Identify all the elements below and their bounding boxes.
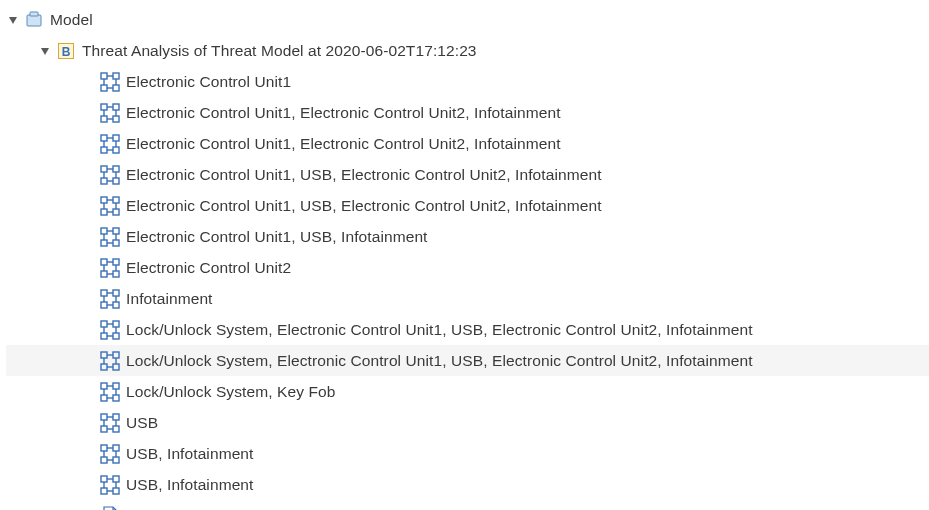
tree-label: Model — [50, 11, 93, 29]
tree-row[interactable]: USB — [6, 407, 929, 438]
node-icon — [100, 134, 120, 154]
tree-row-model[interactable]: Model — [6, 4, 929, 35]
tree-row-analysis[interactable]: Threat Analysis of Threat Model at 2020-… — [6, 35, 929, 66]
expander-icon[interactable] — [38, 43, 54, 59]
tree-label: Electronic Control Unit1, Electronic Con… — [126, 135, 561, 153]
tree-label: Infotainment — [126, 290, 213, 308]
tree-row[interactable]: Lock/Unlock System, Key Fob — [6, 376, 929, 407]
tree-row[interactable]: USB, Infotainment — [6, 438, 929, 469]
tree-label: Threat Analysis of Threat Model at 2020-… — [82, 42, 477, 60]
tree-label: Electronic Control Unit1, Electronic Con… — [126, 104, 561, 122]
tree-row[interactable]: Electronic Control Unit1, Electronic Con… — [6, 97, 929, 128]
node-icon — [100, 320, 120, 340]
tree-row[interactable]: USB, Infotainment — [6, 469, 929, 500]
tree-label: Lock/Unlock System, Key Fob — [126, 383, 335, 401]
tree-label: Electronic Control Unit1, USB, Electroni… — [126, 166, 602, 184]
tree-label: Lock/Unlock System, Electronic Control U… — [126, 321, 753, 339]
expander-icon[interactable] — [6, 12, 22, 28]
tree-label: Lock/Unlock System, Electronic Control U… — [126, 352, 753, 370]
analysis-icon — [56, 41, 76, 61]
tree-label: USB, Infotainment — [126, 445, 254, 463]
tree-row[interactable]: Electronic Control Unit1, USB, Electroni… — [6, 190, 929, 221]
result-icon — [100, 506, 120, 511]
tree-label: USB, Infotainment — [126, 476, 254, 494]
node-icon — [100, 72, 120, 92]
node-icon — [100, 196, 120, 216]
node-icon — [100, 413, 120, 433]
tree-label: Electronic Control Unit1 — [126, 73, 291, 91]
tree-row[interactable]: «ThreatGetResults» Threat Analysis Resul… — [6, 500, 929, 510]
node-icon — [100, 258, 120, 278]
tree-label: «ThreatGetResults» Threat Analysis Resul… — [126, 507, 427, 511]
tree-label: USB — [126, 414, 158, 432]
tree-row[interactable]: Electronic Control Unit2 — [6, 252, 929, 283]
tree-row[interactable]: Electronic Control Unit1, USB, Electroni… — [6, 159, 929, 190]
node-icon — [100, 289, 120, 309]
node-icon — [100, 444, 120, 464]
tree-view: Model Threat Analysis of Threat Model at… — [0, 0, 929, 510]
tree-label: Electronic Control Unit1, USB, Electroni… — [126, 197, 602, 215]
tree-label: Electronic Control Unit2 — [126, 259, 291, 277]
node-icon — [100, 351, 120, 371]
tree-row[interactable]: Electronic Control Unit1, USB, Infotainm… — [6, 221, 929, 252]
tree-row[interactable]: Electronic Control Unit1 — [6, 66, 929, 97]
node-icon — [100, 165, 120, 185]
model-icon — [24, 10, 44, 30]
tree-label: Electronic Control Unit1, USB, Infotainm… — [126, 228, 428, 246]
tree-row[interactable]: Lock/Unlock System, Electronic Control U… — [6, 314, 929, 345]
tree-row[interactable]: Electronic Control Unit1, Electronic Con… — [6, 128, 929, 159]
tree-row[interactable]: Infotainment — [6, 283, 929, 314]
node-icon — [100, 227, 120, 247]
node-icon — [100, 382, 120, 402]
tree-row[interactable]: Lock/Unlock System, Electronic Control U… — [6, 345, 929, 376]
node-icon — [100, 103, 120, 123]
node-icon — [100, 475, 120, 495]
